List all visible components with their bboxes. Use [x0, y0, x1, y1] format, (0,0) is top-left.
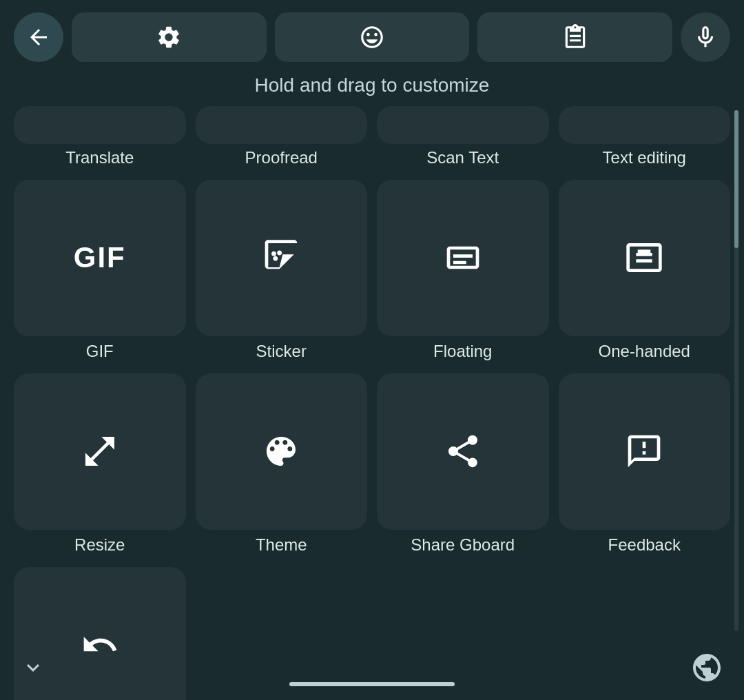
- share-gboard-button[interactable]: [377, 373, 549, 530]
- scantext-label: Scan Text: [426, 148, 499, 167]
- resize-cell: Resize: [14, 373, 186, 555]
- sticker-cell: Sticker: [196, 180, 368, 361]
- proofread-partial-box[interactable]: [196, 106, 368, 144]
- proofread-cell: Proofread: [196, 148, 368, 167]
- one-handed-cell: One-handed: [559, 180, 731, 361]
- one-handed-label: One-handed: [599, 342, 690, 361]
- textediting-label: Text editing: [603, 148, 686, 167]
- translate-cell: Translate: [14, 148, 186, 167]
- chevron-down-button[interactable]: [21, 655, 45, 683]
- partial-labels-row: Translate Proofread Scan Text Text editi…: [14, 148, 730, 167]
- feedback-icon: [625, 432, 663, 471]
- floating-cell: Floating: [377, 180, 549, 361]
- feedback-button[interactable]: [559, 373, 731, 530]
- theme-icon: [262, 432, 300, 471]
- partial-row: [14, 106, 730, 144]
- bottom-bar: [0, 638, 744, 700]
- resize-icon: [81, 432, 119, 471]
- scantext-partial-box[interactable]: [377, 106, 549, 144]
- sticker-button[interactable]: [196, 180, 368, 336]
- translate-partial-box[interactable]: [14, 106, 186, 144]
- floating-button[interactable]: [377, 180, 549, 336]
- microphone-button[interactable]: [681, 12, 730, 62]
- theme-cell: Theme: [196, 373, 368, 555]
- one-handed-button[interactable]: [559, 180, 731, 336]
- one-handed-icon: [625, 238, 663, 277]
- theme-button[interactable]: [196, 373, 368, 530]
- gif-label: GIF: [86, 342, 114, 361]
- grid-container: Translate Proofread Scan Text Text editi…: [0, 106, 744, 700]
- scantext-cell: Scan Text: [377, 148, 549, 167]
- theme-label: Theme: [256, 535, 307, 555]
- textediting-cell: Text editing: [559, 148, 731, 167]
- scrollbar-track[interactable]: [734, 110, 738, 631]
- row2: Resize Theme Share Gboard Feedback: [14, 373, 730, 555]
- floating-icon: [444, 238, 482, 277]
- sticker-icon: [262, 238, 300, 277]
- emoji-button[interactable]: [275, 12, 470, 62]
- feedback-label: Feedback: [608, 535, 681, 555]
- row1: GIF GIF Sticker Floating One-handed: [14, 180, 730, 361]
- floating-label: Floating: [433, 342, 492, 361]
- share-gboard-label: Share Gboard: [411, 535, 515, 555]
- clipboard-button[interactable]: [477, 12, 672, 62]
- gif-cell: GIF GIF: [14, 180, 186, 361]
- scrollbar-thumb[interactable]: [734, 110, 738, 248]
- proofread-label: Proofread: [245, 148, 318, 167]
- gif-button[interactable]: GIF: [14, 180, 186, 336]
- resize-label: Resize: [74, 535, 125, 555]
- home-indicator: [289, 682, 455, 686]
- top-bar: [0, 0, 744, 69]
- share-icon: [444, 432, 482, 471]
- feedback-cell: Feedback: [559, 373, 731, 555]
- settings-button[interactable]: [72, 12, 267, 62]
- subtitle: Hold and drag to customize: [0, 74, 744, 96]
- share-gboard-cell: Share Gboard: [377, 373, 549, 555]
- textediting-partial-box[interactable]: [559, 106, 731, 144]
- back-button[interactable]: [14, 12, 63, 62]
- globe-button[interactable]: [690, 651, 723, 687]
- resize-button[interactable]: [14, 373, 186, 530]
- gif-text-label: GIF: [74, 241, 126, 274]
- sticker-label: Sticker: [256, 342, 307, 361]
- translate-label: Translate: [65, 148, 134, 167]
